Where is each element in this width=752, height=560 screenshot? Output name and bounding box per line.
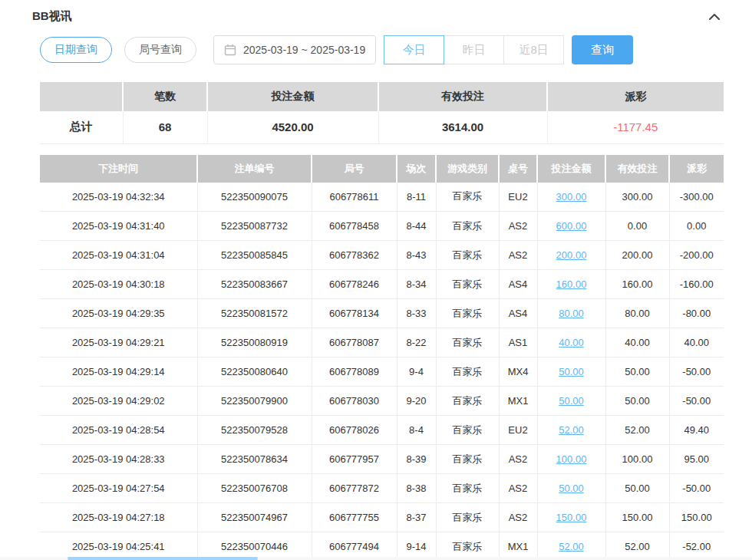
cell-bet-amount: 40.00 xyxy=(537,328,605,357)
cell-payout: -50.00 xyxy=(669,357,724,387)
cell-valid-bet: 200.00 xyxy=(605,241,669,270)
cell-table-no: AS2 xyxy=(499,503,537,532)
table-row: 2025-03-19 04:28:54522350079528606778026… xyxy=(40,416,724,445)
filter-toolbar: 日期查询 局号查询 2025-03-19 ~ 2025-03-19 今日 昨日 … xyxy=(40,35,724,65)
cell-bet-amount: 600.00 xyxy=(537,212,605,241)
cell-time: 2025-03-19 04:27:54 xyxy=(40,474,197,503)
cell-table-no: AS2 xyxy=(499,474,537,503)
table-row: 2025-03-19 04:27:18522350074967606777755… xyxy=(40,503,724,532)
bet-amount-link[interactable]: 100.00 xyxy=(556,453,587,465)
cell-bet-id: 522350080919 xyxy=(197,328,312,357)
cell-table-no: AS4 xyxy=(499,299,537,328)
cell-bet-amount: 50.00 xyxy=(537,474,605,503)
cell-bet-amount: 200.00 xyxy=(537,241,605,270)
cell-game-type: 百家乐 xyxy=(436,387,499,416)
table-row: 2025-03-19 04:29:02522350079900606778030… xyxy=(40,387,724,416)
cell-valid-bet: 52.00 xyxy=(605,532,669,560)
cell-payout: 150.00 xyxy=(669,503,724,532)
cell-game-type: 百家乐 xyxy=(436,299,499,328)
horizontal-scrollbar-track[interactable] xyxy=(0,557,752,560)
cell-bet-id: 522350079900 xyxy=(197,387,312,416)
quick-range-last8days[interactable]: 近8日 xyxy=(503,35,564,64)
cell-round-id: 606777957 xyxy=(312,445,397,474)
cell-bet-id: 522350087732 xyxy=(197,212,312,241)
quick-range-yesterday[interactable]: 昨日 xyxy=(444,35,504,64)
bet-amount-link[interactable]: 80.00 xyxy=(559,308,584,319)
cell-payout: 0.00 xyxy=(669,212,724,241)
cell-bet-amount: 150.00 xyxy=(537,503,605,532)
cell-valid-bet: 50.00 xyxy=(605,357,669,387)
date-range-picker[interactable]: 2025-03-19 ~ 2025-03-19 xyxy=(213,35,376,64)
cell-game-type: 百家乐 xyxy=(436,474,499,503)
bet-amount-link[interactable]: 52.00 xyxy=(559,541,584,552)
cell-session: 8-11 xyxy=(397,183,436,212)
summary-header-payout: 派彩 xyxy=(547,82,724,111)
quick-range-today[interactable]: 今日 xyxy=(384,35,444,64)
cell-bet-id: 522350070446 xyxy=(197,532,312,560)
chevron-up-icon xyxy=(707,12,721,22)
cell-bet-amount: 80.00 xyxy=(537,299,605,328)
cell-bet-id: 522350090075 xyxy=(197,183,312,212)
search-button[interactable]: 查询 xyxy=(572,35,633,64)
cell-round-id: 606778458 xyxy=(312,212,397,241)
cell-round-id: 606778087 xyxy=(312,328,397,357)
cell-game-type: 百家乐 xyxy=(436,270,499,299)
table-row: 2025-03-19 04:29:14522350080640606778089… xyxy=(40,357,724,387)
cell-session: 8-34 xyxy=(397,270,436,299)
cell-valid-bet: 300.00 xyxy=(605,183,669,212)
cell-game-type: 百家乐 xyxy=(436,532,499,560)
round-query-tab[interactable]: 局号查询 xyxy=(124,37,196,63)
cell-round-id: 606778134 xyxy=(312,299,397,328)
cell-valid-bet: 50.00 xyxy=(605,387,669,416)
header-round-id: 局号 xyxy=(312,155,397,183)
cell-table-no: MX1 xyxy=(499,532,537,560)
cell-time: 2025-03-19 04:30:18 xyxy=(40,270,197,299)
cell-bet-id: 522350079528 xyxy=(197,416,312,445)
cell-bet-amount: 52.00 xyxy=(537,532,605,560)
date-query-tab[interactable]: 日期查询 xyxy=(40,37,112,63)
bet-amount-link[interactable]: 40.00 xyxy=(559,337,584,348)
cell-time: 2025-03-19 04:28:54 xyxy=(40,416,197,445)
header-game-type: 游戏类别 xyxy=(436,155,499,183)
cell-valid-bet: 52.00 xyxy=(605,416,669,445)
summary-header-bet-amount: 投注金额 xyxy=(207,82,378,111)
bet-amount-link[interactable]: 300.00 xyxy=(556,191,587,203)
quick-range-group: 今日 昨日 近8日 xyxy=(384,35,564,64)
cell-table-no: EU2 xyxy=(499,183,537,212)
cell-round-id: 606777872 xyxy=(312,474,397,503)
cell-table-no: MX1 xyxy=(499,387,537,416)
bb-video-panel: BB视讯 日期查询 局号查询 2025-03-19 ~ 2025-03-19 xyxy=(0,0,752,560)
cell-time: 2025-03-19 04:25:41 xyxy=(40,532,197,560)
cell-session: 8-4 xyxy=(397,416,436,445)
cell-round-id: 606778362 xyxy=(312,241,397,270)
cell-bet-id: 522350078634 xyxy=(197,445,312,474)
cell-round-id: 606778246 xyxy=(312,270,397,299)
summary-header-valid-bet: 有效投注 xyxy=(378,82,547,111)
bet-amount-link[interactable]: 50.00 xyxy=(559,395,584,407)
cell-session: 9-4 xyxy=(397,357,436,387)
bet-amount-link[interactable]: 50.00 xyxy=(559,483,584,494)
bet-amount-link[interactable]: 50.00 xyxy=(559,366,584,377)
horizontal-scrollbar-thumb[interactable] xyxy=(68,557,258,560)
cell-time: 2025-03-19 04:29:21 xyxy=(40,328,197,357)
cell-table-no: EU2 xyxy=(499,416,537,445)
cell-payout: -80.00 xyxy=(669,299,724,328)
bet-amount-link[interactable]: 160.00 xyxy=(556,278,587,290)
table-row: 2025-03-19 04:29:21522350080919606778087… xyxy=(40,328,724,357)
header-payout: 派彩 xyxy=(669,155,724,183)
table-row: 2025-03-19 04:25:41522350070446606777494… xyxy=(40,532,724,560)
bet-amount-link[interactable]: 52.00 xyxy=(559,424,584,436)
summary-header-row: 笔数 投注金额 有效投注 派彩 xyxy=(40,82,724,111)
collapse-button[interactable] xyxy=(707,12,721,22)
cell-bet-amount: 100.00 xyxy=(537,445,605,474)
calendar-icon xyxy=(224,44,236,56)
cell-game-type: 百家乐 xyxy=(436,241,499,270)
cell-bet-amount: 52.00 xyxy=(537,416,605,445)
bet-amount-link[interactable]: 600.00 xyxy=(556,220,587,232)
table-row: 2025-03-19 04:29:35522350081572606778134… xyxy=(40,299,724,328)
cell-game-type: 百家乐 xyxy=(436,183,499,212)
bet-amount-link[interactable]: 200.00 xyxy=(556,249,587,261)
summary-payout-value: -1177.45 xyxy=(547,111,724,143)
cell-game-type: 百家乐 xyxy=(436,357,499,387)
bet-amount-link[interactable]: 150.00 xyxy=(556,512,587,523)
